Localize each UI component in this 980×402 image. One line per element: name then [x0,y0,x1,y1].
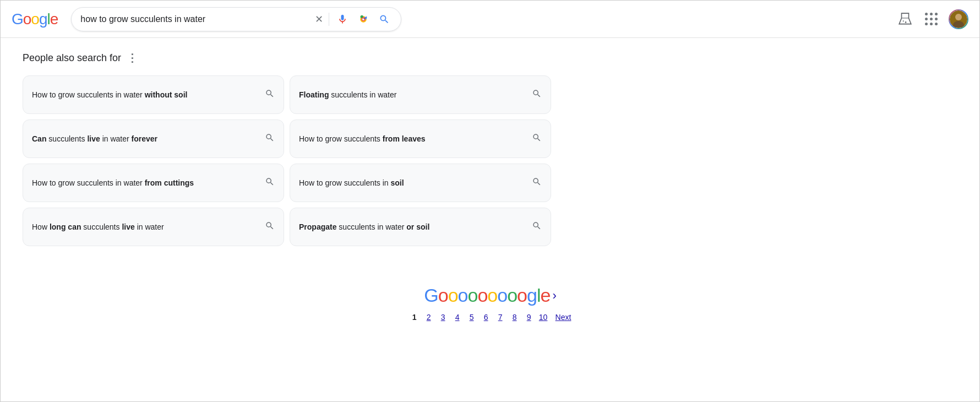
search-input[interactable] [80,14,309,24]
search-card-6[interactable]: How to grow succulents in soil [290,164,551,202]
clear-search-button[interactable]: ✕ [315,13,323,25]
search-card-8[interactable]: Propagate succulents in water or soil [290,208,551,246]
search-card-7[interactable]: How long can succulents live in water [23,208,284,246]
pagination-logo: Gooooooooogle › [424,285,556,306]
page-number-4[interactable]: 4 [452,313,463,322]
voice-search-icon[interactable] [335,12,350,27]
page-number-1[interactable]: 1 [409,313,420,322]
card-search-icon-1 [265,89,275,101]
card-search-icon-7 [265,221,275,233]
card-text-4: How to grow succulents from leaves [299,133,525,145]
svg-point-4 [955,14,962,20]
card-text-3: Can succulents live in water forever [32,133,258,145]
labs-icon[interactable] [896,10,914,28]
svg-point-2 [903,20,904,21]
page-numbers: 1 2 3 4 5 6 7 8 9 10 Next [409,313,571,322]
card-search-icon-6 [532,177,542,189]
card-text-2: Floating succulents in water [299,89,525,101]
card-text-1: How to grow succulents in water without … [32,89,258,101]
header-right [896,9,968,29]
search-card-1[interactable]: How to grow succulents in water without … [23,75,284,114]
section-header: People also search for ⋮ [23,51,957,64]
card-search-icon-8 [532,221,542,233]
search-by-image-icon[interactable] [356,12,371,27]
avatar[interactable] [949,9,968,29]
header: Google ✕ [1,1,979,38]
pagination-next-arrow[interactable]: › [552,289,556,303]
search-card-5[interactable]: How to grow succulents in water from cut… [23,164,284,202]
page-number-6[interactable]: 6 [481,313,492,322]
main-content: People also search for ⋮ How to grow suc… [1,38,979,357]
google-logo: Google [12,10,58,28]
svg-point-5 [953,21,964,28]
svg-point-3 [905,21,907,23]
card-text-6: How to grow succulents in soil [299,177,525,189]
section-title: People also search for [23,52,121,64]
search-submit-button[interactable] [377,12,392,27]
next-page-button[interactable]: Next [556,313,571,322]
card-text-7: How long can succulents live in water [32,221,258,233]
divider [329,13,329,26]
search-card-4[interactable]: How to grow succulents from leaves [290,119,551,158]
page-number-5[interactable]: 5 [466,313,477,322]
page-number-10[interactable]: 10 [538,313,549,322]
card-search-icon-2 [532,89,542,101]
card-search-icon-5 [265,177,275,189]
page-number-2[interactable]: 2 [423,313,434,322]
more-options-icon[interactable]: ⋮ [127,51,138,64]
card-text-5: How to grow succulents in water from cut… [32,177,258,189]
card-search-icon-3 [265,133,275,145]
page-number-8[interactable]: 8 [509,313,520,322]
page-number-7[interactable]: 7 [495,313,506,322]
pagination-section: Gooooooooogle › 1 2 3 4 5 6 7 8 9 10 Nex… [23,274,957,344]
card-text-8: Propagate succulents in water or soil [299,221,525,233]
card-search-icon-4 [532,133,542,145]
page-number-3[interactable]: 3 [438,313,449,322]
search-card-2[interactable]: Floating succulents in water [290,75,551,114]
cards-grid: How to grow succulents in water without … [23,75,551,246]
search-bar: ✕ [71,7,401,31]
page-number-9[interactable]: 9 [524,313,535,322]
google-apps-icon[interactable] [923,10,940,28]
search-card-3[interactable]: Can succulents live in water forever [23,119,284,158]
